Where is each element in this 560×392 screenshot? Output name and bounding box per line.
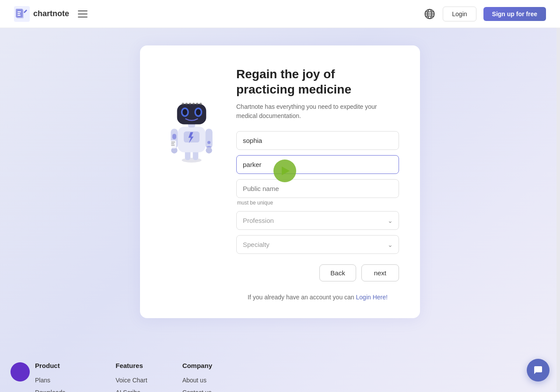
public-name-input[interactable] <box>236 179 399 198</box>
next-button[interactable]: next <box>361 264 399 281</box>
svg-rect-3 <box>18 11 21 12</box>
svg-point-31 <box>182 109 187 115</box>
footer-features-heading: Features <box>116 362 147 369</box>
downloads-link[interactable]: Downloads <box>35 389 65 392</box>
svg-rect-26 <box>171 145 175 146</box>
svg-rect-5 <box>18 15 21 16</box>
svg-rect-21 <box>172 134 176 139</box>
form-buttons: Back next <box>236 264 399 281</box>
list-item: Plans <box>35 376 80 384</box>
svg-point-11 <box>182 158 202 163</box>
form-subtitle: Chartnote has everything you need to exp… <box>236 102 399 121</box>
logo-text: chartnote <box>33 9 69 18</box>
profession-select[interactable]: Profession <box>236 211 399 230</box>
footer-company-list: About us Contact us Merch <box>182 376 254 392</box>
last-name-group <box>236 155 399 174</box>
first-name-input[interactable] <box>236 131 399 150</box>
svg-point-36 <box>192 103 195 105</box>
svg-point-34 <box>186 103 188 105</box>
list-item: AI Scribe <box>116 389 147 392</box>
svg-point-35 <box>189 103 191 105</box>
robot-svg <box>163 87 220 166</box>
scrollbar-track[interactable] <box>556 0 560 392</box>
svg-point-22 <box>207 141 210 144</box>
login-link-row: If you already have an account you can L… <box>236 294 399 301</box>
chat-bubble-button[interactable] <box>527 359 550 382</box>
notification-circle[interactable] <box>10 362 30 382</box>
signup-card: Regain the joy of practicing medicine Ch… <box>140 45 420 318</box>
svg-rect-24 <box>171 142 175 142</box>
footer: Product Plans Downloads Privacy Policy T… <box>0 344 560 392</box>
login-prompt-text: If you already have an account you can <box>248 294 356 301</box>
cursor-arrow <box>282 167 290 175</box>
footer-features-col: Features Voice Chart AI Scribe Copilot D… <box>116 362 147 392</box>
robot-illustration <box>161 66 222 166</box>
footer-features-list: Voice Chart AI Scribe Copilot Dictation … <box>116 376 147 392</box>
list-item: About us <box>182 376 254 384</box>
first-name-group <box>236 131 399 150</box>
plans-link[interactable]: Plans <box>35 377 50 384</box>
about-link[interactable]: About us <box>182 377 206 384</box>
header: chartnote Login Sign up for free <box>0 0 560 28</box>
chat-icon <box>533 365 543 375</box>
svg-rect-4 <box>18 13 20 14</box>
footer-columns: Product Plans Downloads Privacy Policy T… <box>35 362 525 392</box>
back-button[interactable]: Back <box>319 264 356 281</box>
list-item: Contact us <box>182 389 254 392</box>
footer-product-col: Product Plans Downloads Privacy Policy T… <box>35 362 80 392</box>
list-item: Voice Chart <box>116 376 147 384</box>
public-name-hint: must be unique <box>237 200 399 206</box>
specialty-wrapper: Specialty ⌄ <box>236 235 399 254</box>
main-content: Regain the joy of practicing medicine Ch… <box>0 28 560 344</box>
svg-rect-19 <box>206 129 213 149</box>
voice-chart-link[interactable]: Voice Chart <box>116 377 147 384</box>
login-here-link[interactable]: Login Here! <box>356 294 388 301</box>
cursor-overlay <box>273 160 296 182</box>
public-name-group: must be unique <box>236 179 399 206</box>
signup-button[interactable]: Sign up for free <box>483 7 546 21</box>
logo[interactable]: chartnote <box>14 6 69 22</box>
specialty-select[interactable]: Specialty <box>236 235 399 254</box>
hamburger-menu[interactable] <box>76 9 89 19</box>
list-item: Downloads <box>35 389 80 392</box>
logo-icon <box>14 6 30 22</box>
header-right: Login Sign up for free <box>424 7 546 21</box>
ai-scribe-link[interactable]: AI Scribe <box>116 389 140 392</box>
svg-rect-25 <box>171 143 174 144</box>
svg-point-38 <box>200 103 202 105</box>
svg-point-33 <box>182 103 184 105</box>
header-left: chartnote <box>14 6 89 22</box>
footer-product-heading: Product <box>35 362 80 369</box>
svg-point-32 <box>196 109 201 115</box>
globe-icon[interactable] <box>424 8 436 20</box>
svg-point-20 <box>206 147 212 153</box>
footer-company-col: Company About us Contact us Merch <box>182 362 254 392</box>
last-name-input[interactable] <box>236 155 399 174</box>
login-button[interactable]: Login <box>443 7 476 21</box>
contact-link[interactable]: Contact us <box>182 389 212 392</box>
profession-wrapper: Profession ⌄ <box>236 211 399 230</box>
footer-company-heading: Company <box>182 362 254 369</box>
page-title: Regain the joy of practicing medicine <box>236 66 399 97</box>
signup-form: Regain the joy of practicing medicine Ch… <box>236 66 399 301</box>
footer-product-list: Plans Downloads Privacy Policy Terms of … <box>35 376 80 392</box>
svg-point-37 <box>196 103 198 105</box>
